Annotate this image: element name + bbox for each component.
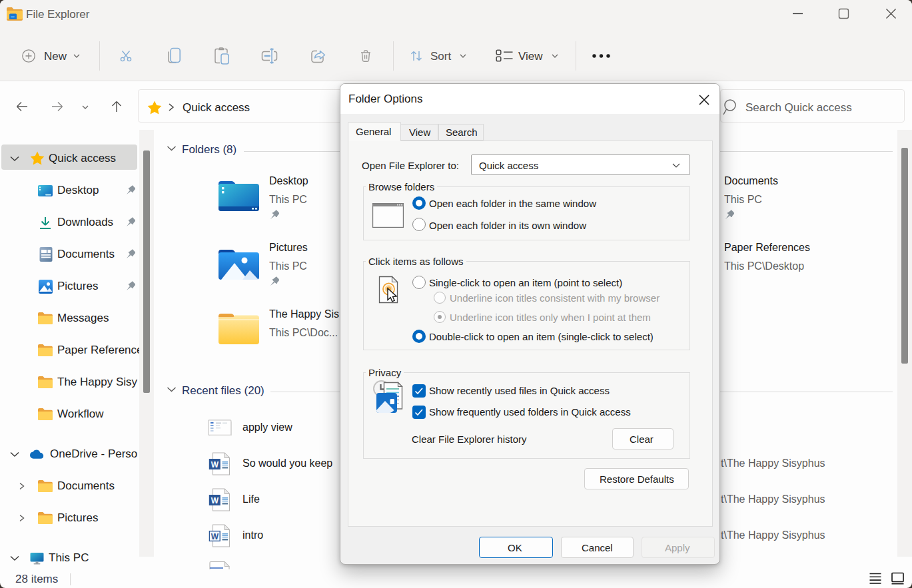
svg-text:W: W xyxy=(211,532,219,541)
svg-text:W: W xyxy=(211,496,219,505)
svg-text:W: W xyxy=(211,460,219,469)
